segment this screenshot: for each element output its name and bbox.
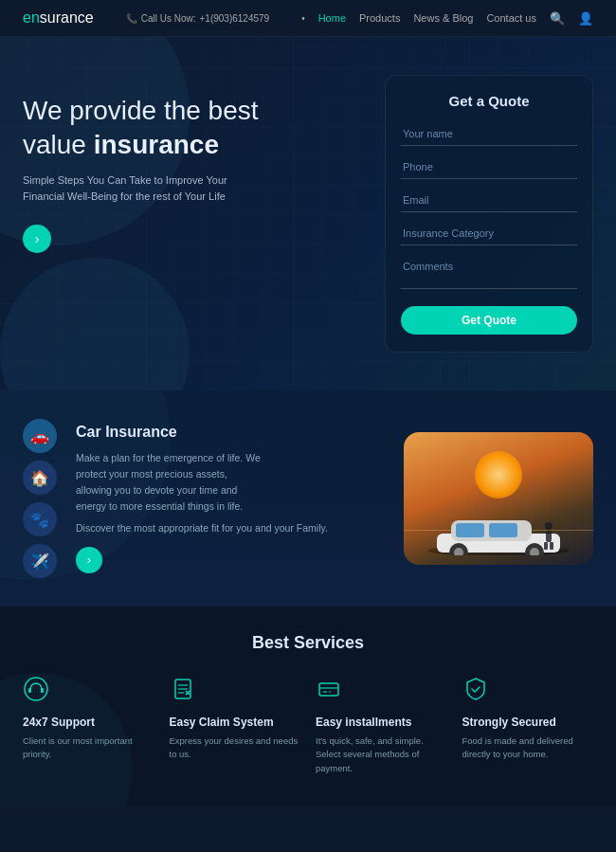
quote-phone-input[interactable] [401,155,577,179]
hero-arrow-button[interactable]: › [23,225,51,253]
product-icon-pet[interactable]: 🐾 [23,502,57,536]
svg-rect-3 [456,523,484,537]
claim-icon [170,676,196,708]
quote-comments-input[interactable] [401,255,577,289]
service-card-installments: Easy installments It's quick, safe, and … [316,676,447,775]
product-icon-travel[interactable]: ✈️ [23,544,57,578]
nav-link-blog[interactable]: News & Blog [413,12,473,24]
search-button[interactable]: 🔍 [550,11,565,26]
hero-title: We provide the best value insurance [23,94,307,163]
service-card-support: 24x7 Support Client is our most importan… [23,676,154,775]
svg-rect-10 [546,531,552,542]
service-card-claim: Easy Claim System Express your desires a… [170,676,301,775]
arrow-right-icon: › [35,231,40,246]
products-layout: 🚗 🏠 🐾 ✈️ Car Insurance Make a plan for t… [23,419,593,578]
navbar: ensurance 📞 Call Us Now: +1(903)6124579 … [0,0,616,37]
secured-icon [462,676,489,708]
nav-logo: ensurance [23,9,94,27]
service-name-installments: Easy installments [316,716,411,729]
svg-rect-4 [489,523,517,537]
nav-link-home[interactable]: Home [318,12,346,24]
svg-point-9 [545,522,553,530]
svg-rect-14 [28,688,31,693]
product-discover-text: Discover the most appropriate fit for yo… [76,522,385,534]
service-desc-claim: Express your desires and needs to us. [170,734,301,762]
sun-decoration [475,451,522,499]
nav-link-products[interactable]: Products [359,12,400,24]
nav-links: • Home Products News & Blog Contact us 🔍… [301,11,593,26]
product-more-button[interactable]: › [76,547,102,573]
quote-name-input[interactable] [401,122,577,146]
svg-rect-20 [319,683,338,696]
support-icon [23,676,49,708]
quote-form-title: Get a Quote [401,93,577,109]
svg-rect-15 [41,688,44,693]
service-desc-support: Client is our most important priority. [23,734,154,762]
services-section: Best Services 24x7 Support Client is our… [0,607,616,806]
quote-category-input[interactable] [401,222,577,245]
product-image-column [404,432,593,565]
installments-icon [316,676,342,708]
nav-phone: 📞 Call Us Now: +1(903)6124579 [126,13,269,24]
service-card-secured: Strongly Secured Food is made and delive… [462,676,594,775]
quote-form: Get a Quote Get Quote [385,75,593,353]
phone-icon: 📞 [126,13,137,24]
hero-subtitle: Simple Steps You Can Take to Improve You… [23,172,269,206]
hero-blob-2 [0,258,190,390]
service-name-support: 24x7 Support [23,716,95,729]
service-desc-installments: It's quick, safe, and simple. Select sev… [316,734,447,775]
products-section: 🚗 🏠 🐾 ✈️ Car Insurance Make a plan for t… [0,390,616,607]
service-desc-secured: Food is made and delivered directly to y… [462,734,594,762]
product-icon-home[interactable]: 🏠 [23,461,57,495]
product-title: Car Insurance [76,424,385,441]
service-name-secured: Strongly Secured [462,716,556,729]
product-image [404,432,593,565]
hero-content: We provide the best value insurance Simp… [23,65,385,253]
services-grid: 24x7 Support Client is our most importan… [23,676,593,775]
arrow-right-icon: › [87,553,91,567]
product-description: Make a plan for the emergence of life. W… [76,450,265,514]
product-icons-column: 🚗 🏠 🐾 ✈️ [23,419,57,578]
user-button[interactable]: 👤 [578,11,593,26]
product-icon-car[interactable]: 🚗 [23,419,57,453]
quote-submit-button[interactable]: Get Quote [401,306,577,335]
product-detail: Car Insurance Make a plan for the emerge… [76,424,385,572]
svg-point-13 [25,678,47,700]
nav-link-contact[interactable]: Contact us [486,12,536,24]
services-title: Best Services [23,633,593,653]
person-silhouette [540,521,557,555]
svg-rect-11 [544,542,548,550]
hero-section: We provide the best value insurance Simp… [0,37,616,390]
quote-email-input[interactable] [401,189,577,212]
service-name-claim: Easy Claim System [170,716,274,729]
svg-rect-12 [550,542,553,550]
